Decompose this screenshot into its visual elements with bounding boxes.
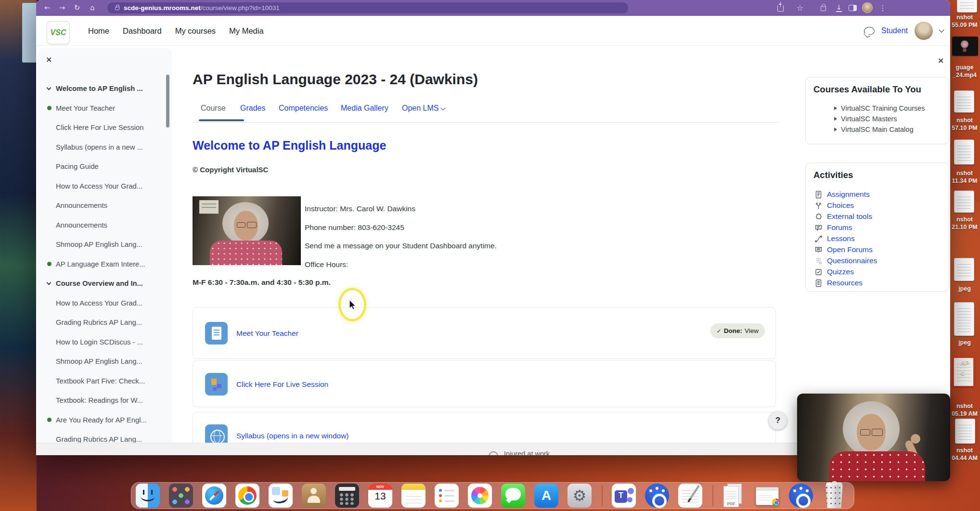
course-index-item[interactable]: AP Language Exam Intere... [38, 255, 172, 274]
file-label[interactable]: 57.10 PM [949, 124, 980, 132]
catalog-link[interactable]: VirtualSC Training Courses [834, 104, 925, 112]
course-index-item[interactable]: Click Here For Live Session [38, 118, 172, 138]
nav-my-media[interactable]: My Media [229, 26, 264, 36]
catalog-link[interactable]: VirtualSC Masters [834, 115, 897, 123]
course-index-item[interactable]: Grading Rubrics AP Lang... [38, 313, 172, 332]
activities-link-external-tools[interactable]: External tools [814, 212, 872, 221]
dock-trash-icon[interactable] [825, 485, 844, 508]
dock-notes-icon[interactable] [401, 484, 426, 508]
course-index-item[interactable]: Textbook Part Five: Check... [38, 371, 172, 391]
dock-blue-app-icon[interactable] [789, 484, 813, 508]
activity-link[interactable]: Syllabus (opens in a new window) [236, 432, 348, 440]
nav-home[interactable]: Home [88, 26, 109, 36]
messages-icon[interactable] [864, 27, 875, 35]
course-index-item[interactable]: Textbook: Readings for W... [38, 391, 172, 410]
course-index-item[interactable]: How to Access Your Grad... [38, 294, 172, 313]
forward-icon[interactable]: → [56, 0, 68, 16]
vsc-logo[interactable]: VSC [47, 21, 70, 44]
dock-teams-icon[interactable]: T [612, 484, 636, 508]
activity-link[interactable]: Click Here For Live Session [236, 380, 328, 389]
dock-blue-app-icon[interactable] [645, 484, 669, 508]
dock-pdf-document-icon[interactable]: PDF [722, 484, 747, 508]
dock-textedit-icon[interactable] [678, 484, 702, 508]
course-index-item[interactable]: Announcements [38, 216, 172, 235]
tab-media-gallery[interactable]: Media Gallery [341, 104, 388, 113]
catalog-link[interactable]: VirtualSC Main Catalog [834, 126, 913, 133]
file-label[interactable]: nshot [949, 402, 980, 410]
activities-link-questionnaires[interactable]: Questionnaires [814, 256, 877, 265]
file-icon[interactable] [954, 191, 974, 213]
blocks-drawer-close-icon[interactable]: × [938, 56, 944, 65]
course-index-item[interactable]: How to Access Your Grad... [38, 177, 172, 196]
file-label[interactable]: nshot [949, 169, 980, 177]
activities-link-resources[interactable]: Resources [814, 279, 863, 287]
file-label[interactable]: nshot [949, 216, 980, 223]
webcam-video-overlay[interactable] [797, 394, 950, 481]
file-icon[interactable] [954, 90, 974, 113]
activity-card-live-session[interactable]: Click Here For Live Session [193, 360, 776, 407]
dock-finder-icon[interactable] [136, 484, 160, 508]
dock-launchpad-icon[interactable] [169, 484, 193, 508]
course-index-item[interactable]: Shmoop AP English Lang... [38, 235, 172, 255]
address-bar[interactable]: scde-genius.mrooms.net/course/view.php?i… [107, 2, 628, 13]
user-menu-chevron-icon[interactable] [939, 27, 944, 32]
file-label[interactable]: jpeg [949, 339, 980, 346]
dock-minimized-window-icon[interactable] [756, 487, 779, 505]
dock-photos-icon[interactable] [468, 484, 492, 508]
activities-link-lessons[interactable]: Lessons [814, 234, 855, 243]
file-label[interactable]: jpeg [949, 285, 980, 293]
file-icon[interactable] [954, 140, 974, 165]
file-label[interactable]: guage [949, 64, 980, 71]
help-button[interactable]: ? [769, 411, 787, 430]
back-icon[interactable]: ← [41, 0, 53, 16]
course-index-item[interactable]: Are You Ready for AP Engl... [38, 410, 172, 430]
bookmark-star-icon[interactable]: ☆ [794, 0, 806, 16]
dock-messages-icon[interactable] [501, 484, 525, 508]
activities-link-assignments[interactable]: Assignments [814, 190, 870, 199]
side-panel-icon[interactable] [849, 5, 857, 11]
activity-link[interactable]: Meet Your Teacher [236, 329, 298, 338]
course-index-item[interactable]: Announcements [38, 196, 172, 216]
downloads-icon[interactable]: ↓ [834, 0, 844, 16]
file-label[interactable]: AP [961, 359, 980, 367]
drawer-scrollbar[interactable] [166, 75, 169, 128]
dock-contacts-icon[interactable] [302, 484, 326, 508]
file-label[interactable]: nshot [949, 116, 980, 124]
course-index-item[interactable]: Shmoop AP English Lang... [38, 352, 172, 371]
tab-grades[interactable]: Grades [240, 104, 265, 113]
course-index-item[interactable]: Meet Your Teacher [38, 99, 172, 118]
file-label[interactable]: 11.34 PM [949, 177, 980, 185]
file-label[interactable]: nshot [949, 447, 980, 454]
course-index-item[interactable]: Syllabus (opens in a new ... [38, 138, 172, 157]
file-label[interactable]: 55.09 PM [949, 21, 980, 29]
file-label[interactable]: 05.19 AM [949, 410, 980, 418]
dock-chrome-icon[interactable] [235, 484, 259, 508]
nav-dashboard[interactable]: Dashboard [123, 26, 162, 36]
reload-icon[interactable]: ↻ [71, 0, 83, 16]
browser-profile-avatar[interactable] [862, 2, 873, 13]
nav-my-courses[interactable]: My courses [175, 26, 216, 36]
course-index-item[interactable]: Pacing Guide [38, 157, 172, 177]
home-icon[interactable]: ⌂ [86, 0, 99, 16]
course-index-section[interactable]: Course Overview and In... [38, 274, 172, 294]
file-label[interactable]: 21.10 PM [949, 223, 980, 231]
tab-competencies[interactable]: Competencies [279, 104, 328, 113]
share-icon[interactable] [777, 5, 784, 12]
dock-settings-icon[interactable]: ⚙ [567, 484, 592, 508]
file-label[interactable]: nshot [949, 13, 980, 21]
course-index-section[interactable]: Welcome to AP English ... [38, 79, 172, 99]
file-label[interactable]: 4 [961, 370, 980, 377]
dock-calendar-icon[interactable]: NOV 13 [368, 484, 392, 508]
file-icon[interactable] [954, 302, 974, 336]
file-label[interactable]: _24.mp4 [949, 71, 980, 79]
dock-appstore-icon[interactable]: A [534, 484, 558, 508]
dock-freeform-icon[interactable] [269, 484, 293, 508]
activities-link-forums[interactable]: Forums [814, 223, 852, 232]
file-icon[interactable] [955, 419, 975, 444]
tab-course[interactable]: Course [201, 104, 226, 113]
file-icon[interactable] [957, 0, 977, 13]
dock-calculator-icon[interactable] [335, 484, 359, 508]
browser-menu-icon[interactable]: ⋮ [877, 0, 889, 16]
dock-reminders-icon[interactable] [435, 484, 459, 508]
course-index-item[interactable]: How to Login SCDiscus - ... [38, 332, 172, 352]
